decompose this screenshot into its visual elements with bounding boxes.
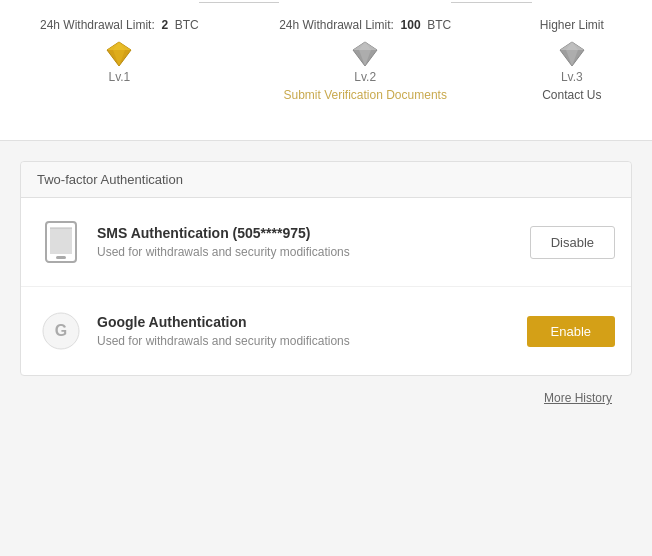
diamond-gray-icon-lv3 [556, 40, 588, 68]
contact-us-link[interactable]: Contact Us [542, 88, 601, 102]
svg-rect-10 [50, 228, 72, 254]
svg-marker-5 [353, 42, 377, 50]
svg-text:G: G [55, 322, 67, 339]
connector-2 [451, 2, 531, 3]
svg-marker-8 [560, 42, 584, 50]
lv2-limit: 24h Withdrawal Limit: 100 BTC [279, 18, 451, 32]
svg-rect-11 [56, 256, 66, 259]
level-1: 24h Withdrawal Limit: 2 BTC Lv.1 [40, 18, 199, 106]
phone-icon [42, 220, 80, 264]
google-icon: G [37, 307, 85, 355]
sms-auth-btn-container: Disable [530, 226, 615, 259]
diamond-gold-icon [103, 40, 135, 68]
svg-marker-2 [107, 42, 131, 50]
lv2-label: Lv.2 [354, 70, 376, 84]
two-factor-box: Two-factor Authentication SMS Authentica… [20, 161, 632, 376]
lv1-limit: 24h Withdrawal Limit: 2 BTC [40, 18, 199, 32]
sms-icon [37, 218, 85, 266]
sms-auth-desc: Used for withdrawals and security modifi… [97, 245, 514, 259]
sms-auth-item: SMS Authentication (505****975) Used for… [21, 198, 631, 287]
lv3-limit: Higher Limit [540, 18, 604, 32]
google-auth-item: G Google Authentication Used for withdra… [21, 287, 631, 375]
level-3: Higher Limit Lv.3 Contact Us [532, 18, 612, 106]
google-auth-desc: Used for withdrawals and security modifi… [97, 334, 511, 348]
disable-button[interactable]: Disable [530, 226, 615, 259]
footer-row: More History [20, 380, 632, 415]
google-auth-title: Google Authentication [97, 314, 511, 330]
main-content: Two-factor Authentication SMS Authentica… [0, 141, 652, 435]
level-2: 24h Withdrawal Limit: 100 BTC Lv.2 Submi… [279, 18, 451, 106]
google-auth-info: Google Authentication Used for withdrawa… [97, 314, 511, 348]
two-factor-header: Two-factor Authentication [21, 162, 631, 198]
submit-verification-link[interactable]: Submit Verification Documents [283, 88, 446, 102]
lv1-label: Lv.1 [108, 70, 130, 84]
more-history-link[interactable]: More History [544, 391, 612, 405]
lv3-label: Lv.3 [561, 70, 583, 84]
enable-button[interactable]: Enable [527, 316, 615, 347]
google-logo-icon: G [41, 311, 81, 351]
lv3-sub[interactable]: Contact Us [542, 88, 601, 106]
connector-1 [199, 2, 279, 3]
diamond-gray-icon-lv2 [349, 40, 381, 68]
sms-auth-info: SMS Authentication (505****975) Used for… [97, 225, 514, 259]
levels-container: 24h Withdrawal Limit: 2 BTC Lv.1 24h Wit… [20, 10, 632, 120]
sms-auth-title: SMS Authentication (505****975) [97, 225, 514, 241]
google-auth-btn-container: Enable [527, 316, 615, 347]
two-factor-title: Two-factor Authentication [37, 172, 183, 187]
lv2-sub[interactable]: Submit Verification Documents [283, 88, 446, 106]
top-section: 24h Withdrawal Limit: 2 BTC Lv.1 24h Wit… [0, 0, 652, 141]
